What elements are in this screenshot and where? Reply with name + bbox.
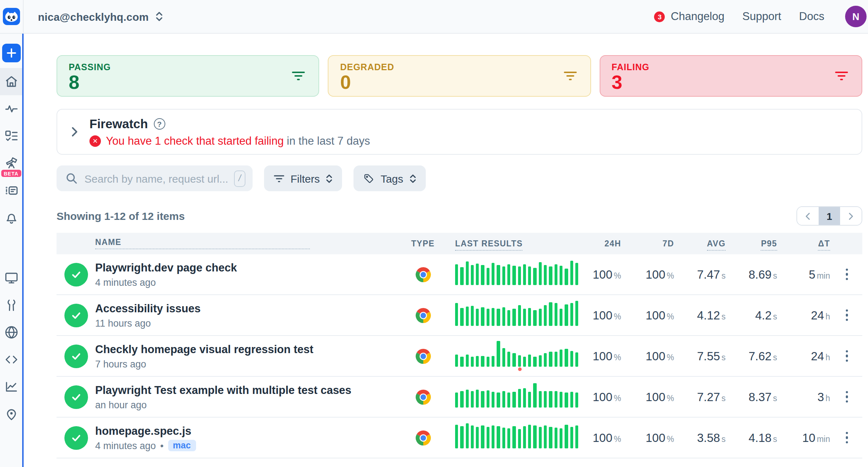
result-bar[interactable] xyxy=(481,265,484,285)
nav-private-locations[interactable] xyxy=(0,319,22,346)
result-bar[interactable] xyxy=(465,355,469,367)
result-bar[interactable] xyxy=(533,310,537,326)
result-bar[interactable] xyxy=(575,426,579,448)
results-chart[interactable] xyxy=(455,300,588,330)
nav-home[interactable] xyxy=(0,68,22,95)
result-bar[interactable] xyxy=(549,391,552,408)
result-bar[interactable] xyxy=(513,266,516,285)
row-menu-button[interactable] xyxy=(842,427,852,448)
result-bar[interactable] xyxy=(513,426,516,448)
result-bar[interactable] xyxy=(497,393,500,408)
result-bar[interactable] xyxy=(492,308,495,326)
result-bar[interactable] xyxy=(476,427,479,448)
result-bar[interactable] xyxy=(460,356,464,367)
results-chart[interactable] xyxy=(455,382,588,412)
header-name[interactable]: NAME xyxy=(95,238,401,249)
result-bar[interactable] xyxy=(455,264,458,285)
result-bar[interactable] xyxy=(513,308,516,326)
result-bar[interactable] xyxy=(575,393,579,408)
result-bar[interactable] xyxy=(507,264,511,285)
result-bar[interactable] xyxy=(544,391,547,408)
row-menu-button[interactable] xyxy=(842,386,852,407)
result-bar[interactable] xyxy=(492,263,495,285)
result-bar[interactable] xyxy=(554,391,557,408)
nav-maintenance-windows[interactable] xyxy=(0,292,22,319)
nav-locations[interactable] xyxy=(0,400,22,428)
check-name[interactable]: homepage.spec.js xyxy=(95,424,401,438)
nav-explorer-beta[interactable]: BETA xyxy=(0,150,22,177)
header-p95[interactable]: P95 xyxy=(727,239,779,248)
result-bar[interactable] xyxy=(565,304,568,326)
result-bar[interactable] xyxy=(570,303,573,326)
result-bar[interactable] xyxy=(570,427,573,448)
result-bar[interactable] xyxy=(502,266,505,285)
header-avg[interactable]: AVG xyxy=(676,239,727,248)
result-bar[interactable] xyxy=(465,390,469,408)
result-bar[interactable] xyxy=(476,309,479,326)
result-bar[interactable] xyxy=(460,267,464,285)
result-bar[interactable] xyxy=(570,261,573,285)
result-bar[interactable] xyxy=(523,388,526,408)
result-bar[interactable] xyxy=(533,356,537,367)
result-bar[interactable] xyxy=(455,303,458,326)
result-bar[interactable] xyxy=(518,429,521,448)
result-bar[interactable] xyxy=(487,427,490,448)
result-bar[interactable] xyxy=(575,263,579,285)
firewatch-alert[interactable]: ✕ You have 1 check that started failing … xyxy=(89,134,370,147)
result-bar[interactable] xyxy=(544,426,547,448)
result-bar[interactable] xyxy=(497,309,500,326)
changelog-badge[interactable]: 3 xyxy=(654,11,665,22)
result-bar[interactable] xyxy=(471,425,474,448)
docs-link[interactable]: Docs xyxy=(799,10,824,23)
result-bar[interactable] xyxy=(570,391,573,408)
result-bar[interactable] xyxy=(544,305,547,326)
result-bar[interactable] xyxy=(554,264,557,285)
nav-alerts[interactable] xyxy=(0,204,22,231)
result-bar[interactable] xyxy=(560,309,563,326)
result-bar[interactable] xyxy=(513,353,516,367)
result-bar[interactable] xyxy=(539,355,542,367)
result-bar[interactable] xyxy=(560,350,563,367)
result-bar[interactable] xyxy=(544,265,547,285)
header-delta-t[interactable]: ΔT xyxy=(779,239,832,248)
table-row[interactable]: homepage.spec.js 4 minutes ago • mac xyxy=(57,418,862,458)
degraded-card[interactable]: DEGRADED 0 xyxy=(328,55,591,97)
result-bar[interactable] xyxy=(533,383,537,408)
tag-chip[interactable]: mac xyxy=(168,440,196,451)
results-chart[interactable] xyxy=(455,259,588,289)
result-bar[interactable] xyxy=(465,306,469,326)
result-bar[interactable] xyxy=(528,355,531,367)
result-bar[interactable] xyxy=(471,391,474,408)
result-bar[interactable] xyxy=(539,262,542,285)
nav-monitoring[interactable] xyxy=(0,95,22,122)
result-bar[interactable] xyxy=(554,352,557,367)
account-switcher[interactable]: nica@checklyhq.com xyxy=(38,10,163,23)
result-bar[interactable] xyxy=(507,428,511,448)
support-link[interactable]: Support xyxy=(742,10,781,23)
result-bar[interactable] xyxy=(549,266,552,285)
result-bar[interactable] xyxy=(487,356,490,367)
nav-checks[interactable] xyxy=(0,122,22,150)
result-bar[interactable] xyxy=(497,426,500,448)
result-bar[interactable] xyxy=(560,428,563,448)
result-bar[interactable] xyxy=(465,261,469,285)
result-bar[interactable] xyxy=(560,392,563,408)
result-bar[interactable] xyxy=(523,309,526,326)
result-bar[interactable] xyxy=(507,352,511,367)
page-number[interactable]: 1 xyxy=(819,207,840,225)
result-bar[interactable] xyxy=(513,391,516,408)
header-24h[interactable]: 24H xyxy=(588,239,624,248)
result-bar[interactable] xyxy=(471,357,474,367)
result-bar[interactable] xyxy=(575,300,579,326)
result-bar[interactable] xyxy=(465,424,469,448)
check-name[interactable]: Playwright Test example with multiple te… xyxy=(95,384,401,398)
result-bar[interactable] xyxy=(497,341,500,367)
result-bar[interactable] xyxy=(502,428,505,448)
result-bar[interactable] xyxy=(528,308,531,326)
prev-page-button[interactable] xyxy=(797,207,819,225)
header-7d[interactable]: 7D xyxy=(624,239,676,248)
result-bar[interactable] xyxy=(518,305,521,326)
result-bar[interactable] xyxy=(549,302,552,326)
result-bar[interactable] xyxy=(487,390,490,408)
result-bar[interactable] xyxy=(518,355,521,367)
